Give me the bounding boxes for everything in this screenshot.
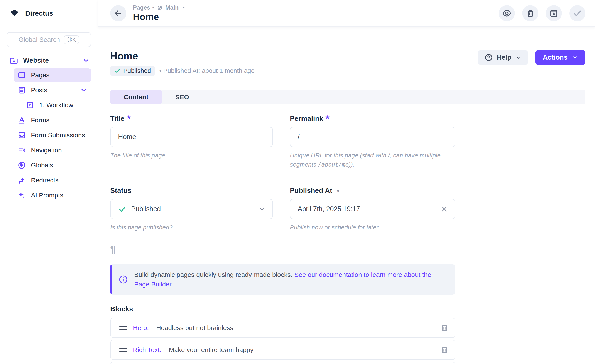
breadcrumb-collection[interactable]: Pages — [133, 4, 150, 11]
sidebar-item-label: Forms — [31, 117, 50, 124]
logo-label: Directus — [25, 9, 53, 17]
sidebar-item-ai-prompts[interactable]: AI Prompts — [14, 189, 91, 202]
drag-handle-icon[interactable] — [119, 326, 127, 330]
delete-button[interactable] — [522, 5, 538, 21]
directus-logo-icon — [9, 8, 20, 18]
sidebar-section-label: Website — [23, 56, 78, 64]
eye-icon — [502, 8, 512, 18]
inbox-icon — [17, 131, 26, 140]
topbar: Pages • Main Home — [98, 0, 595, 27]
tab-content[interactable]: Content — [110, 90, 162, 105]
check-icon — [114, 68, 121, 74]
sidebar-item-forms[interactable]: Forms — [14, 113, 91, 127]
block-row-hero[interactable]: Hero: Headless but not brainless — [110, 318, 455, 338]
block-title: Headless but not brainless — [156, 324, 233, 332]
trash-icon[interactable] — [440, 323, 449, 332]
archive-down-icon — [549, 9, 558, 18]
block-title: Make your entire team happy — [169, 346, 254, 354]
sidebar-item-label: Redirects — [31, 176, 59, 184]
help-button[interactable]: Help — [478, 50, 528, 65]
help-label: Help — [497, 54, 511, 61]
field-status-note: Is this page published? — [110, 223, 273, 232]
archive-button[interactable] — [546, 5, 562, 21]
permalink-input[interactable] — [290, 127, 455, 147]
trash-icon — [526, 9, 535, 18]
header-divider — [110, 81, 585, 81]
sidebar-item-posts[interactable]: Posts — [14, 83, 91, 97]
published-at-box — [290, 199, 455, 219]
sidebar-section-website[interactable]: Website — [10, 56, 90, 65]
field-published-at-label: Published At ▼ — [290, 187, 455, 195]
sidebar: Directus Global Search ⌘K Website Pages — [0, 0, 98, 364]
back-button[interactable] — [110, 5, 126, 21]
tab-bar: Content SEO — [110, 90, 585, 105]
block-type[interactable]: Rich Text: — [133, 346, 161, 354]
check-icon — [573, 8, 582, 18]
help-circle-icon — [485, 53, 493, 62]
logo[interactable]: Directus — [0, 0, 98, 18]
caret-down-icon[interactable]: ▼ — [336, 188, 340, 194]
actions-button[interactable]: Actions — [535, 50, 585, 65]
block-type[interactable]: Hero: — [133, 324, 149, 332]
field-title-note: The title of this page. — [110, 151, 273, 160]
actions-label: Actions — [543, 54, 567, 61]
sidebar-nav: Pages Posts 1. Workflow — [0, 68, 98, 202]
main: Pages • Main Home — [98, 0, 595, 364]
field-title-label: Title ★ — [110, 114, 273, 123]
field-title: Title ★ The title of this page. — [110, 114, 273, 169]
status-select-value: Published — [131, 205, 161, 213]
chevron-down-icon[interactable] — [80, 87, 87, 94]
sidebar-item-workflow[interactable]: 1. Workflow — [14, 98, 91, 112]
preview-button[interactable] — [499, 5, 515, 21]
breadcrumb-version[interactable]: Main — [165, 4, 179, 11]
sidebar-item-globals[interactable]: Globals — [14, 159, 91, 172]
published-at-input[interactable] — [298, 205, 440, 213]
status-badge-label: Published — [123, 67, 151, 74]
sidebar-item-pages[interactable]: Pages — [14, 68, 91, 82]
global-search-input[interactable]: Global Search ⌘K — [7, 32, 91, 47]
status-select[interactable]: Published — [110, 199, 273, 219]
chevron-down-icon[interactable] — [82, 57, 90, 64]
info-icon — [119, 275, 128, 284]
banner-message: Build dynamic pages quickly using ready-… — [134, 271, 294, 278]
title-input[interactable] — [110, 127, 273, 147]
badge-row: Published • Published At: about 1 month … — [110, 66, 255, 76]
topbar-title-wrap: Pages • Main Home — [133, 4, 186, 22]
sidebar-item-form-submissions[interactable]: Form Submissions — [14, 128, 91, 142]
app: Directus Global Search ⌘K Website Pages — [0, 0, 595, 364]
drag-handle-icon[interactable] — [119, 348, 127, 352]
trash-icon[interactable] — [440, 345, 449, 354]
page-title: Home — [110, 50, 255, 62]
block-row-rich-text[interactable]: Rich Text: Make your entire team happy — [110, 340, 455, 360]
topbar-page-title: Home — [133, 12, 186, 22]
block-row-gallery[interactable]: Gallery: Check out some of our latest te… — [110, 362, 455, 364]
sidebar-item-redirects[interactable]: Redirects — [14, 174, 91, 187]
save-button[interactable] — [569, 5, 585, 21]
arrow-left-icon — [114, 9, 123, 18]
version-sync-icon — [156, 4, 163, 11]
nav-list-icon — [17, 146, 26, 154]
sidebar-item-label: AI Prompts — [31, 192, 63, 199]
content: Home Published • Published At: about 1 m… — [98, 27, 595, 364]
topbar-actions — [499, 5, 585, 21]
status-badge: Published — [110, 66, 155, 76]
field-permalink-label: Permalink ★ — [290, 114, 455, 123]
published-meta: • Published At: about 1 month ago — [159, 67, 254, 74]
article-icon — [17, 86, 26, 94]
note-text: Unique URL for this page (start with /, … — [290, 152, 441, 168]
tab-seo[interactable]: SEO — [162, 90, 203, 105]
chevron-down-icon — [259, 205, 266, 213]
caret-down-icon[interactable] — [181, 5, 186, 10]
clear-x-icon[interactable] — [440, 205, 448, 213]
sidebar-item-navigation[interactable]: Navigation — [14, 143, 91, 157]
sidebar-item-label: Globals — [31, 161, 53, 169]
search-placeholder: Global Search — [19, 36, 60, 43]
sidebar-item-label: Form Submissions — [31, 132, 85, 139]
breadcrumb[interactable]: Pages • Main — [133, 4, 186, 11]
field-permalink-note: Unique URL for this page (start with /, … — [290, 151, 455, 169]
divider-line — [121, 249, 455, 250]
letter-a-underline-icon — [17, 116, 26, 125]
browser-window-icon — [17, 71, 26, 79]
field-published-at: Published At ▼ Publish now or schedule f… — [290, 187, 455, 232]
sidebar-item-label: 1. Workflow — [39, 101, 73, 109]
